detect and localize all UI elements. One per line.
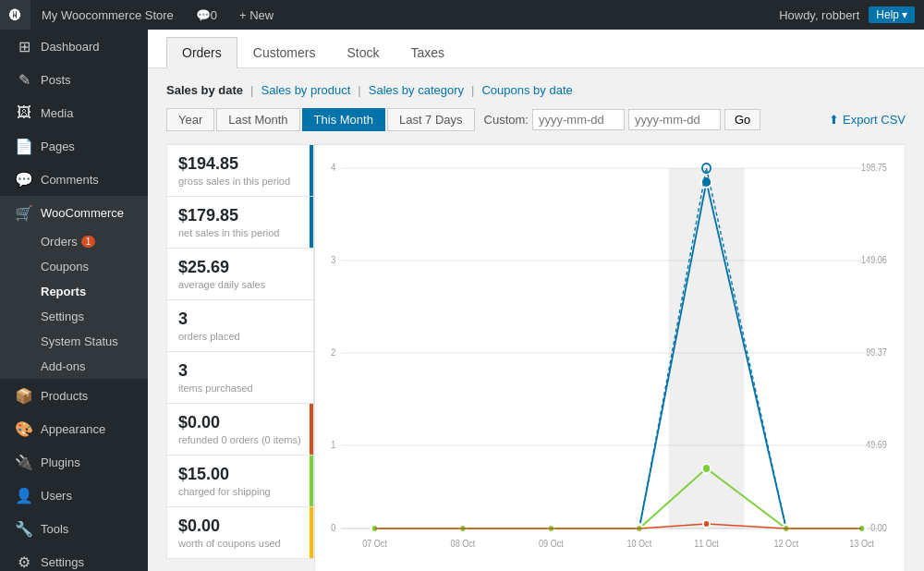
stat-refunded: $0.00 refunded 0 orders (0 items) xyxy=(166,403,314,455)
stats-panel: $194.85 gross sales in this period $179.… xyxy=(166,144,314,571)
adminbar-help[interactable]: Help ▾ xyxy=(869,6,915,23)
posts-icon: ✎ xyxy=(15,70,33,89)
comments-icon: 💬 xyxy=(15,170,33,188)
wp-logo[interactable]: 🅦 xyxy=(0,0,30,30)
stat-coupons: $0.00 worth of coupons used xyxy=(166,506,314,559)
sidebar-item-plugins[interactable]: 🔌 Plugins xyxy=(0,445,148,479)
subnav-sales-by-category[interactable]: Sales by category xyxy=(369,83,464,97)
sidebar-item-label: Products xyxy=(41,389,88,403)
svg-text:198.75: 198.75 xyxy=(861,163,887,174)
stat-refunded-value: $0.00 xyxy=(178,413,302,432)
sidebar-sub-coupons[interactable]: Coupons xyxy=(0,254,148,279)
sidebar-item-label: Media xyxy=(41,106,73,120)
svg-text:1: 1 xyxy=(331,440,335,451)
stat-orders-label: orders placed xyxy=(178,331,302,342)
sub-nav: Sales by date | Sales by product | Sales… xyxy=(166,83,906,97)
sidebar-item-users[interactable]: 👤 Users xyxy=(0,479,148,512)
sidebar-sub-system-status[interactable]: System Status xyxy=(0,329,148,354)
svg-text:09 Oct: 09 Oct xyxy=(539,539,564,550)
svg-text:99.37: 99.37 xyxy=(866,347,887,358)
sidebar-item-comments[interactable]: 💬 Comments xyxy=(0,163,148,196)
sidebar-item-label: WooCommerce xyxy=(41,206,124,220)
adminbar-new[interactable]: + New xyxy=(228,0,285,30)
chart-dot-green-5 xyxy=(702,464,711,473)
orders-badge: 1 xyxy=(81,236,96,248)
svg-text:12 Oct: 12 Oct xyxy=(773,539,798,550)
stat-orders-value: 3 xyxy=(178,310,302,329)
appearance-icon: 🎨 xyxy=(15,419,33,438)
adminbar-comments[interactable]: 💬 0 xyxy=(185,0,228,30)
users-icon: 👤 xyxy=(15,486,33,504)
sidebar-item-label: Tools xyxy=(41,522,68,536)
svg-text:07 Oct: 07 Oct xyxy=(362,539,387,550)
sidebar-item-appearance[interactable]: 🎨 Appearance xyxy=(0,412,148,445)
wp-icon: 🅦 xyxy=(9,8,21,22)
sidebar-sub-reports[interactable]: Reports xyxy=(0,279,148,304)
stat-items: 3 items purchased xyxy=(166,351,314,403)
plugins-icon: 🔌 xyxy=(15,453,33,471)
sidebar-item-label: Posts xyxy=(41,73,71,87)
sidebar-item-label: Settings xyxy=(41,555,84,569)
period-year[interactable]: Year xyxy=(166,108,214,131)
sidebar-item-dashboard[interactable]: ⊞ Dashboard xyxy=(0,30,148,63)
chart-layout: $194.85 gross sales in this period $179.… xyxy=(166,144,906,571)
custom-label: Custom: xyxy=(484,113,529,127)
stat-avg-value: $25.69 xyxy=(178,258,302,277)
stat-gross-bar xyxy=(310,145,313,196)
go-button[interactable]: Go xyxy=(724,109,760,130)
sidebar-item-tools[interactable]: 🔧 Tools xyxy=(0,512,148,545)
comment-icon: 💬 xyxy=(196,8,211,22)
sidebar: ⊞ Dashboard ✎ Posts 🖼 Media 📄 Pages 💬 Co… xyxy=(0,30,148,571)
sidebar-item-media[interactable]: 🖼 Media xyxy=(0,96,148,129)
period-custom: Custom: Go xyxy=(484,109,761,130)
tab-orders[interactable]: Orders xyxy=(166,37,237,68)
chart-svg: 198.75 149.06 99.37 49.69 0.00 4 3 2 1 0 xyxy=(324,154,895,561)
subnav-sales-by-product[interactable]: Sales by product xyxy=(261,83,351,97)
tab-taxes[interactable]: Taxes xyxy=(395,37,461,67)
svg-rect-15 xyxy=(669,168,745,528)
new-label: + New xyxy=(239,8,274,22)
period-last-month[interactable]: Last Month xyxy=(216,108,299,131)
custom-date-from[interactable] xyxy=(532,109,625,130)
sidebar-item-label: Pages xyxy=(41,140,75,153)
export-icon: ⬆ xyxy=(829,113,839,127)
chart-panel: 198.75 149.06 99.37 49.69 0.00 4 3 2 1 0 xyxy=(314,144,906,571)
page-header: Orders Customers Stock Taxes xyxy=(148,30,924,68)
sidebar-sub-addons[interactable]: Add-ons xyxy=(0,354,148,379)
admin-bar: 🅦 My Woocommerce Store 💬 0 + New Howdy, … xyxy=(0,0,924,30)
sidebar-item-settings[interactable]: ⚙ Settings xyxy=(0,545,148,571)
subnav-sales-by-date[interactable]: Sales by date xyxy=(166,83,243,97)
period-last-7-days[interactable]: Last 7 Days xyxy=(387,108,475,131)
svg-text:2: 2 xyxy=(331,347,335,358)
export-csv[interactable]: ⬆ Export CSV xyxy=(829,113,906,127)
stat-gross-value: $194.85 xyxy=(178,154,302,174)
content-area: Sales by date | Sales by product | Sales… xyxy=(148,68,924,571)
sidebar-item-pages[interactable]: 📄 Pages xyxy=(0,129,148,163)
sidebar-item-posts[interactable]: ✎ Posts xyxy=(0,63,148,96)
media-icon: 🖼 xyxy=(15,103,33,122)
svg-text:4: 4 xyxy=(331,163,336,174)
sidebar-item-woocommerce[interactable]: 🛒 WooCommerce xyxy=(0,196,148,229)
period-this-month[interactable]: This Month xyxy=(302,108,385,131)
site-name-label: My Woocommerce Store xyxy=(42,8,174,22)
sidebar-item-label: Plugins xyxy=(41,456,80,469)
stat-avg-label: average daily sales xyxy=(178,279,302,290)
adminbar-site[interactable]: My Woocommerce Store xyxy=(30,0,185,30)
tab-customers[interactable]: Customers xyxy=(237,37,332,67)
dashboard-icon: ⊞ xyxy=(15,37,33,55)
sidebar-sub-settings[interactable]: Settings xyxy=(0,304,148,329)
stat-coupons-label: worth of coupons used xyxy=(178,538,302,549)
custom-date-to[interactable] xyxy=(628,109,721,130)
stat-shipping-label: charged for shipping xyxy=(178,486,302,497)
svg-text:0: 0 xyxy=(331,523,335,534)
stat-shipping-value: $15.00 xyxy=(178,465,302,484)
subnav-coupons-by-date[interactable]: Coupons by date xyxy=(481,83,572,97)
stat-net-label: net sales in this period xyxy=(178,227,302,238)
settings-icon: ⚙ xyxy=(15,553,33,571)
stat-net: $179.85 net sales in this period xyxy=(166,196,314,248)
tab-stock[interactable]: Stock xyxy=(331,37,395,67)
sidebar-item-label: Appearance xyxy=(41,422,105,436)
sidebar-item-products[interactable]: 📦 Products xyxy=(0,379,148,412)
period-bar: Year Last Month This Month Last 7 Days C… xyxy=(166,108,906,131)
sidebar-sub-orders[interactable]: Orders 1 xyxy=(0,229,148,254)
